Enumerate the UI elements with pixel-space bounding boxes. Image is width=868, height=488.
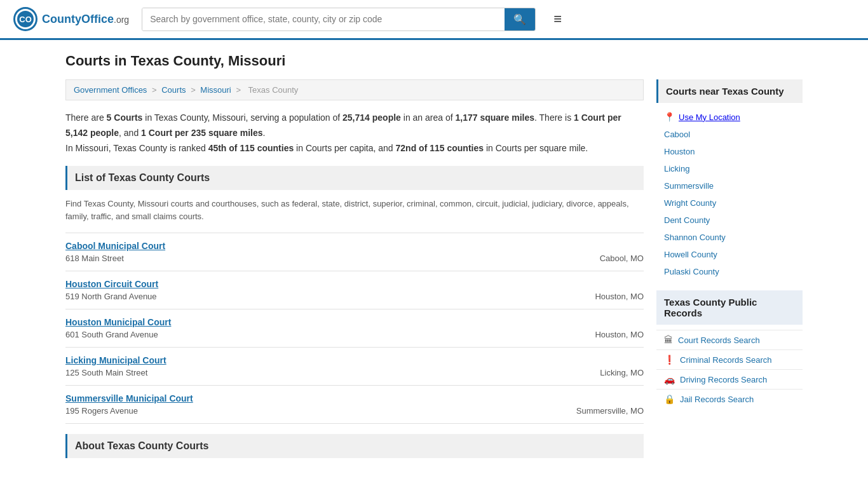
courts-nearby-title: Courts near Texas County bbox=[656, 79, 803, 103]
breadcrumb-gov-offices[interactable]: Government Offices bbox=[74, 85, 147, 95]
court-name[interactable]: Houston Circuit Court bbox=[65, 279, 158, 289]
left-column: Government Offices > Courts > Missouri >… bbox=[65, 79, 644, 458]
search-bar: 🔍 bbox=[142, 8, 536, 31]
breadcrumb-sep1: > bbox=[152, 85, 159, 95]
breadcrumb-courts[interactable]: Courts bbox=[161, 85, 186, 95]
logo-icon: CO bbox=[13, 6, 38, 32]
public-records-box: Texas County Public Records 🏛Court Recor… bbox=[656, 290, 803, 409]
court-location: Cabool, MO bbox=[600, 254, 644, 263]
records-link[interactable]: Court Records Search bbox=[678, 336, 760, 345]
header: CO CountyOffice.org 🔍 ≡ bbox=[0, 0, 868, 40]
nearby-link-item: Houston bbox=[656, 143, 803, 160]
right-column: Courts near Texas County 📍 Use My Locati… bbox=[656, 79, 803, 458]
court-location: Houston, MO bbox=[595, 292, 644, 301]
nearby-link-item: Licking bbox=[656, 160, 803, 177]
court-location: Licking, MO bbox=[600, 368, 644, 377]
court-name[interactable]: Summersville Municipal Court bbox=[65, 393, 193, 403]
court-item: Houston Municipal Court 601 South Grand … bbox=[65, 309, 644, 347]
court-name[interactable]: Licking Municipal Court bbox=[65, 355, 166, 365]
records-icon: ❗ bbox=[664, 355, 675, 365]
court-address: 195 Rogers Avenue bbox=[65, 406, 193, 416]
nearby-link[interactable]: Dent County bbox=[664, 215, 710, 225]
list-section-header: List of Texas County Courts bbox=[65, 166, 644, 190]
court-item: Licking Municipal Court 125 South Main S… bbox=[65, 347, 644, 385]
pin-icon: 📍 bbox=[664, 112, 675, 122]
records-link[interactable]: Jail Records Search bbox=[680, 395, 754, 404]
nearby-link-item: Howell County bbox=[656, 246, 803, 263]
court-location: Houston, MO bbox=[595, 330, 644, 339]
logo[interactable]: CO CountyOffice.org bbox=[13, 6, 129, 32]
list-section-desc: Find Texas County, Missouri courts and c… bbox=[65, 198, 644, 222]
main-container: Courts in Texas County, Missouri Governm… bbox=[53, 40, 815, 471]
court-address: 601 South Grand Avenue bbox=[65, 330, 171, 339]
records-icon: 🚗 bbox=[664, 374, 675, 384]
logo-text: CountyOffice.org bbox=[42, 13, 129, 26]
content-layout: Government Offices > Courts > Missouri >… bbox=[65, 79, 803, 458]
records-link[interactable]: Driving Records Search bbox=[680, 375, 767, 384]
nearby-link-item: Wright County bbox=[656, 194, 803, 212]
court-name[interactable]: Houston Municipal Court bbox=[65, 317, 171, 327]
court-address: 125 South Main Street bbox=[65, 368, 166, 377]
records-icon: 🔒 bbox=[664, 394, 675, 404]
court-item: Summersville Municipal Court 195 Rogers … bbox=[65, 385, 644, 424]
nearby-link-item: Cabool bbox=[656, 126, 803, 143]
menu-button[interactable]: ≡ bbox=[548, 8, 567, 30]
nearby-link[interactable]: Shannon County bbox=[664, 233, 726, 242]
nearby-link[interactable]: Pulaski County bbox=[664, 267, 719, 276]
records-link[interactable]: Criminal Records Search bbox=[680, 355, 772, 365]
nearby-link-item: Shannon County bbox=[656, 229, 803, 246]
nearby-link-item: Dent County bbox=[656, 212, 803, 229]
page-title: Courts in Texas County, Missouri bbox=[65, 53, 803, 69]
records-item: ❗Criminal Records Search bbox=[656, 349, 803, 369]
nearby-link[interactable]: Cabool bbox=[664, 130, 690, 139]
court-name[interactable]: Cabool Municipal Court bbox=[65, 241, 165, 251]
search-button[interactable]: 🔍 bbox=[505, 8, 535, 30]
breadcrumb: Government Offices > Courts > Missouri >… bbox=[65, 79, 644, 100]
breadcrumb-missouri[interactable]: Missouri bbox=[200, 85, 231, 95]
breadcrumb-sep3: > bbox=[236, 85, 243, 95]
nearby-link-item: Summersville bbox=[656, 177, 803, 194]
nearby-links-container: CaboolHoustonLickingSummersvilleWright C… bbox=[656, 126, 803, 280]
court-address: 519 North Grand Avenue bbox=[65, 292, 158, 301]
court-item: Cabool Municipal Court 618 Main Street C… bbox=[65, 233, 644, 271]
courts-nearby-box: Courts near Texas County 📍 Use My Locati… bbox=[656, 79, 803, 280]
records-links-container: 🏛Court Records Search❗Criminal Records S… bbox=[656, 330, 803, 409]
use-location-link[interactable]: Use My Location bbox=[679, 112, 740, 122]
nearby-link[interactable]: Wright County bbox=[664, 198, 716, 208]
court-item: Houston Circuit Court 519 North Grand Av… bbox=[65, 271, 644, 309]
breadcrumb-texas-county: Texas County bbox=[248, 85, 299, 95]
about-section-header: About Texas County Courts bbox=[65, 434, 644, 458]
nearby-link-item: Pulaski County bbox=[656, 263, 803, 280]
nearby-link[interactable]: Licking bbox=[664, 164, 689, 173]
records-icon: 🏛 bbox=[664, 335, 673, 345]
stats-block: There are 5 Courts in Texas County, Miss… bbox=[65, 111, 644, 156]
nearby-link[interactable]: Summersville bbox=[664, 181, 714, 191]
use-location[interactable]: 📍 Use My Location bbox=[656, 108, 803, 126]
records-item: 🚗Driving Records Search bbox=[656, 369, 803, 389]
records-item: 🔒Jail Records Search bbox=[656, 389, 803, 409]
nearby-link[interactable]: Houston bbox=[664, 147, 695, 156]
search-input[interactable] bbox=[142, 8, 505, 30]
courts-list: Cabool Municipal Court 618 Main Street C… bbox=[65, 233, 644, 424]
breadcrumb-sep2: > bbox=[191, 85, 198, 95]
court-location: Summersville, MO bbox=[576, 406, 644, 416]
nearby-link[interactable]: Howell County bbox=[664, 250, 717, 259]
svg-text:CO: CO bbox=[19, 15, 32, 24]
public-records-title: Texas County Public Records bbox=[656, 290, 803, 325]
court-address: 618 Main Street bbox=[65, 254, 165, 263]
records-item: 🏛Court Records Search bbox=[656, 330, 803, 349]
